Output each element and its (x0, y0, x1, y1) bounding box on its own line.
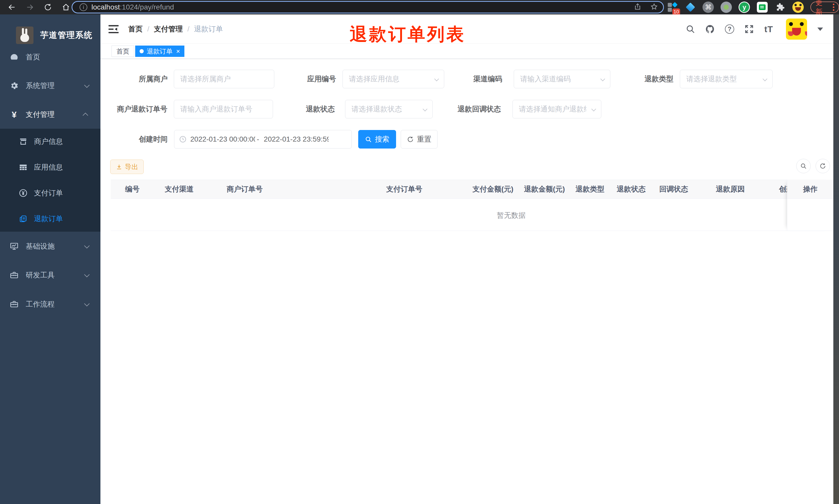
sidebar-logo-row[interactable]: 芋道管理系统 (0, 21, 101, 50)
tag-label: 首页 (117, 47, 129, 56)
channel-select[interactable]: 请输入渠道编码 (514, 70, 610, 88)
chevron-down-icon (84, 272, 90, 277)
sidebar-item-workflow[interactable]: 工作流程 (0, 293, 101, 316)
briefcase-icon (9, 299, 19, 309)
column-header: 退款类型 (572, 184, 613, 194)
chevron-down-icon (423, 107, 427, 111)
chevron-down-icon (600, 76, 605, 81)
top-navbar: 首页 / 支付管理 / 退款订单 ? (101, 14, 833, 44)
breadcrumb-current: 退款订单 (194, 24, 223, 34)
fullscreen-icon[interactable] (743, 23, 755, 35)
emoji-profile-icon[interactable] (792, 1, 804, 13)
channel-label: 渠道编码 (471, 70, 502, 88)
github-icon[interactable] (704, 23, 716, 35)
command-extension-icon[interactable]: ⌘ (702, 1, 714, 13)
reset-button[interactable]: 重置 (401, 130, 438, 148)
sidebar-item-merchant-info[interactable]: 商户信息 (0, 130, 101, 153)
export-button[interactable]: 导出 (110, 160, 144, 174)
app-label: 应用编号 (305, 70, 336, 88)
reload-icon[interactable] (43, 3, 53, 12)
merchant-no-input[interactable] (174, 100, 273, 119)
end-date[interactable]: 2022-01-23 23:59:59 (264, 135, 328, 143)
home-icon[interactable] (61, 3, 71, 12)
sidebar-item-infra[interactable]: 基础设施 (0, 235, 101, 258)
chevron-down-icon (434, 76, 439, 81)
monitor-icon (9, 241, 19, 251)
column-header: 退款金额(元) (520, 184, 572, 194)
sidebar: 芋道管理系统 首页 系统管理 ¥ 支付管理 (0, 14, 101, 504)
tag-home[interactable]: 首页 (111, 46, 134, 57)
sidebar-item-system[interactable]: 系统管理 (0, 74, 101, 97)
sidebar-item-label: 商户信息 (34, 137, 63, 146)
recorder-extension-icon[interactable] (720, 1, 732, 13)
toolbox-icon (9, 270, 19, 280)
extensions-area: 10 ⌘ y 更新 (667, 0, 839, 14)
close-icon[interactable]: × (176, 48, 180, 55)
sidebar-item-label: 系统管理 (26, 81, 55, 91)
app-logo (16, 26, 34, 44)
help-icon[interactable]: ? (724, 23, 735, 35)
chevron-down-icon (84, 83, 90, 88)
breadcrumb-separator: / (147, 25, 149, 33)
search-icon[interactable] (684, 23, 696, 35)
annotation-title: 退款订单列表 (350, 23, 466, 46)
fixed-action-column: 操作 (787, 180, 833, 231)
share-icon[interactable] (634, 3, 642, 12)
refund-type-select[interactable]: 请选择退款类型 (680, 70, 772, 88)
font-size-icon[interactable]: tT (763, 23, 774, 35)
kite-extension-icon[interactable] (685, 1, 696, 13)
url-text[interactable]: localhost:1024/pay/refund (91, 3, 174, 11)
refresh-table-button[interactable] (816, 159, 830, 173)
sidebar-fold-icon[interactable] (108, 24, 120, 35)
refund-status-select[interactable]: 请选择退款状态 (345, 100, 433, 119)
create-time-range-picker[interactable]: 2022-01-23 00:00:00 - 2022-01-23 23:59:5… (174, 130, 352, 148)
extensions-puzzle-icon[interactable] (774, 1, 786, 13)
chevron-down-icon (84, 243, 90, 248)
dashboard-icon (9, 52, 19, 62)
browser-update-button[interactable]: 更新 (810, 2, 839, 13)
owner-input[interactable] (174, 70, 274, 88)
bookmark-star-icon[interactable] (650, 3, 658, 12)
avatar[interactable] (786, 19, 807, 40)
empty-placeholder: 暂无数据 (497, 211, 525, 220)
chat-extension-icon[interactable] (756, 1, 768, 13)
app-select[interactable]: 请选择应用信息 (342, 70, 444, 88)
column-header: 支付金额(元) (469, 184, 520, 194)
yen-circle-icon (19, 188, 28, 198)
y-extension-icon[interactable]: y (738, 1, 750, 13)
search-icon (800, 163, 807, 169)
chevron-down-icon (763, 76, 767, 81)
notify-status-select[interactable]: 请选择通知商户退款结果的回调状态 (513, 100, 601, 119)
grid-table-icon (19, 163, 28, 172)
url-path: :1024/pay/refund (120, 3, 174, 11)
breadcrumb-home[interactable]: 首页 (128, 24, 143, 34)
sidebar-item-label: 工作流程 (26, 299, 55, 309)
back-icon[interactable] (7, 3, 17, 12)
chevron-up-icon (83, 112, 88, 118)
sidebar-item-refund-order[interactable]: 退款订单 (0, 208, 101, 230)
scrollbar[interactable] (833, 14, 839, 504)
avatar-caret-icon[interactable] (817, 28, 823, 31)
store-icon (19, 137, 28, 146)
update-label: 更新 (816, 0, 828, 17)
column-header: 支付渠道 (160, 184, 214, 194)
sidebar-item-app-info[interactable]: 应用信息 (0, 156, 101, 179)
sidebar-item-label: 支付管理 (26, 110, 55, 120)
browser-menu-icon[interactable] (833, 4, 834, 11)
tag-refund-order[interactable]: 退款订单 × (135, 46, 184, 57)
sidebar-item-pay-order[interactable]: 支付订单 (0, 182, 101, 204)
active-dot (140, 49, 144, 53)
show-search-button[interactable] (796, 159, 811, 173)
sidebar-item-pay[interactable]: ¥ 支付管理 (0, 103, 101, 126)
breadcrumb-pay[interactable]: 支付管理 (154, 24, 183, 34)
yen-icon: ¥ (9, 110, 19, 120)
main-area: 首页 / 支付管理 / 退款订单 ? (101, 14, 833, 504)
sidebar-item-home[interactable]: 首页 (0, 46, 101, 69)
page-info-icon[interactable]: i (79, 3, 87, 11)
sidekick-extension-icon[interactable]: 10 (667, 1, 678, 13)
search-button[interactable]: 搜索 (358, 130, 396, 148)
forward-icon[interactable] (25, 3, 35, 12)
sidebar-item-dev-tools[interactable]: 研发工具 (0, 264, 101, 287)
url-bar[interactable]: i localhost:1024/pay/refund (72, 1, 664, 13)
start-date[interactable]: 2022-01-23 00:00:00 (190, 135, 255, 143)
